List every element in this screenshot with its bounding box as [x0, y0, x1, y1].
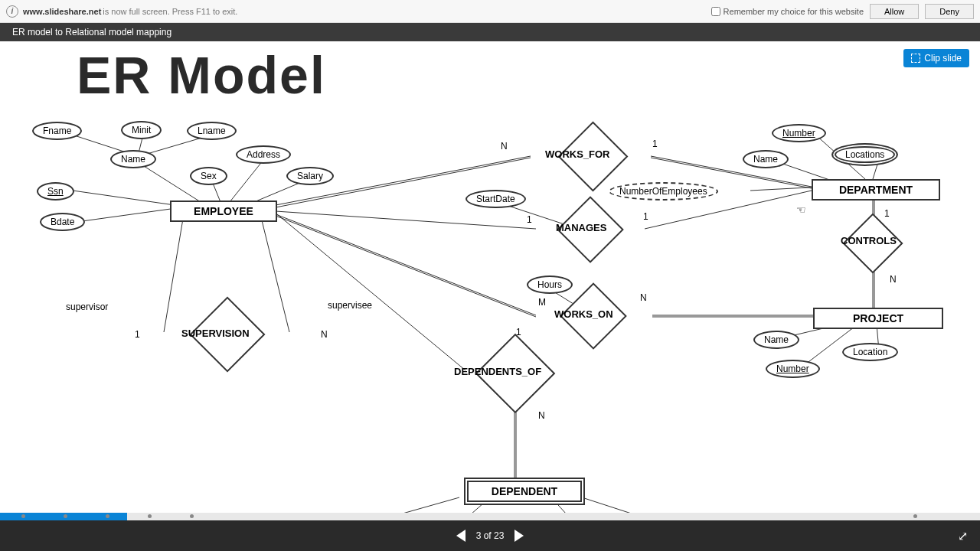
- slide-marker[interactable]: [148, 514, 152, 518]
- remember-choice-checkbox[interactable]: Remember my choice for this website: [711, 7, 864, 16]
- remember-checkbox-input[interactable]: [711, 7, 720, 16]
- attr-address: Address: [236, 145, 291, 164]
- svg-line-37: [368, 497, 459, 513]
- rel-supervision: SUPERVISION: [181, 328, 250, 339]
- rel-controls: CONTROLS: [841, 235, 897, 246]
- svg-line-13: [276, 216, 536, 317]
- attr-startdate: StartDate: [466, 190, 526, 208]
- card-works-for-n: N: [501, 141, 508, 152]
- exit-fullscreen-button[interactable]: ⤢: [958, 529, 968, 543]
- role-supervisee: supervisee: [328, 300, 372, 311]
- card-supervision-n: N: [321, 329, 328, 340]
- rel-works-for: WORKS_FOR: [545, 148, 610, 160]
- attr-dept-number: Number: [772, 124, 826, 142]
- svg-line-11: [276, 211, 536, 229]
- prev-slide-button[interactable]: [456, 530, 466, 542]
- attr-ssn: Ssn: [37, 182, 74, 201]
- slide-progress-bar[interactable]: [0, 513, 980, 520]
- card-manages-1a: 1: [527, 214, 532, 225]
- attr-proj-location: Location: [842, 343, 898, 361]
- card-manages-1b: 1: [643, 211, 648, 222]
- card-works-for-1: 1: [652, 139, 658, 149]
- entity-employee: EMPLOYEE: [170, 201, 277, 222]
- slide-nav-bar: 3 of 23 ⤢: [0, 520, 980, 551]
- attr-bdate: Bdate: [40, 213, 85, 231]
- svg-line-15: [164, 214, 184, 332]
- notification-message: is now full screen. Press F11 to exit.: [103, 7, 237, 16]
- allow-button[interactable]: Allow: [870, 4, 919, 19]
- card-dependents-1: 1: [516, 327, 521, 337]
- attr-lname: Lname: [187, 122, 237, 140]
- svg-line-40: [582, 497, 674, 513]
- card-dependents-n: N: [538, 410, 545, 421]
- entity-dependent: DEPENDENT: [464, 478, 585, 505]
- attr-proj-name: Name: [753, 331, 799, 349]
- cursor-hand-icon: ☜: [796, 204, 806, 216]
- svg-line-16: [260, 214, 289, 332]
- attr-fname: Fname: [32, 122, 82, 140]
- attr-hours: Hours: [527, 276, 573, 294]
- entity-department: DEPARTMENT: [812, 179, 940, 201]
- deny-button[interactable]: Deny: [925, 4, 974, 19]
- next-slide-button[interactable]: [514, 530, 524, 542]
- notification-url: www.slideshare.net: [23, 7, 101, 16]
- slide-marker[interactable]: [106, 514, 109, 518]
- svg-line-14: [277, 214, 466, 370]
- slide-marker[interactable]: [64, 514, 67, 518]
- connector-lines: [0, 41, 980, 513]
- attr-name: Name: [110, 150, 156, 168]
- rel-dependents-of: DEPENDENTS_OF: [454, 366, 541, 377]
- slide-marker[interactable]: [913, 514, 917, 518]
- presentation-title-bar: ER model to Relational model mapping: [0, 23, 980, 41]
- attr-locations: Locations: [831, 143, 898, 166]
- rel-works-on: WORKS_ON: [554, 308, 613, 320]
- card-controls-n: N: [890, 274, 897, 285]
- slide-title: ER Model: [77, 45, 326, 105]
- attr-proj-number: Number: [766, 360, 820, 378]
- remember-label: Remember my choice for this website: [724, 7, 864, 16]
- fullscreen-notification-bar: i www.slideshare.net is now full screen.…: [0, 0, 980, 23]
- page-indicator: 3 of 23: [476, 530, 505, 541]
- attr-sex: Sex: [190, 167, 227, 185]
- card-supervision-1: 1: [135, 329, 140, 340]
- rel-manages: MANAGES: [556, 222, 606, 233]
- card-controls-1: 1: [884, 208, 890, 219]
- svg-line-7: [73, 191, 180, 206]
- role-supervisor: supervisor: [66, 302, 108, 312]
- slide-area[interactable]: Clip slide ER Model: [0, 41, 980, 513]
- attr-dept-name: Name: [743, 150, 789, 168]
- slide-marker[interactable]: [190, 514, 194, 518]
- info-icon: i: [6, 5, 18, 18]
- presentation-title: ER model to Relational model mapping: [12, 27, 172, 37]
- attr-minit: Minit: [121, 121, 162, 139]
- svg-line-12: [276, 214, 536, 315]
- card-works-on-n: N: [640, 292, 647, 303]
- entity-project: PROJECT: [813, 308, 943, 329]
- attr-salary: Salary: [286, 167, 334, 185]
- slide-marker[interactable]: [21, 514, 25, 518]
- card-works-on-m: M: [538, 297, 546, 308]
- attr-numemployees: NumberOfEmployees: [609, 182, 718, 201]
- svg-line-8: [77, 208, 176, 222]
- er-diagram: ER Model: [0, 41, 980, 513]
